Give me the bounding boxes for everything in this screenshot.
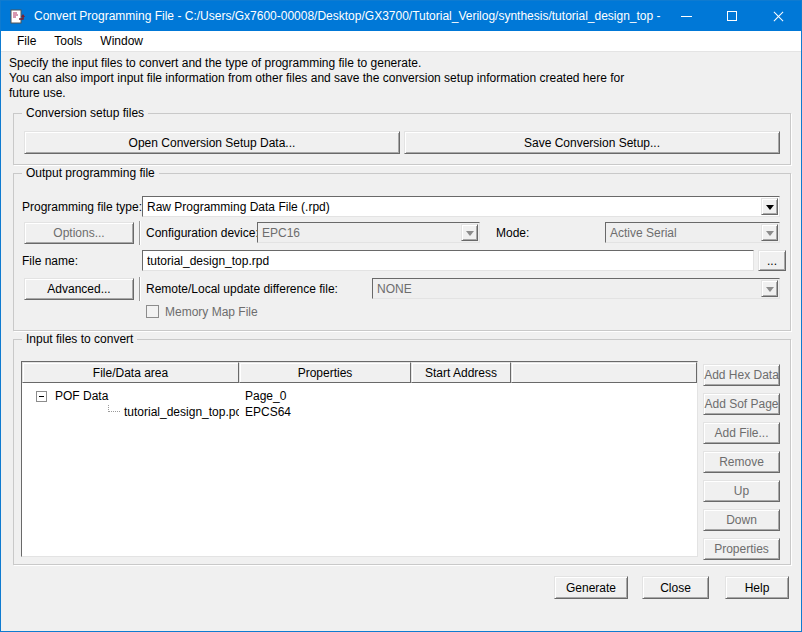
caption-buttons — [663, 1, 801, 31]
file-name-label: File name: — [22, 254, 78, 268]
remote-local-update-select: NONE — [372, 278, 780, 299]
properties-button[interactable]: Properties — [703, 538, 780, 560]
input-files-table[interactable]: File/Data area Properties Start Address … — [21, 361, 698, 557]
menu-window[interactable]: Window — [91, 32, 152, 50]
open-conversion-setup-data-button[interactable]: Open Conversion Setup Data... — [24, 131, 400, 154]
options-button[interactable]: Options... — [24, 222, 134, 244]
properties-value: EPCS64 — [239, 404, 411, 420]
tree-node-label: POF Data — [55, 389, 108, 403]
menu-file[interactable]: File — [8, 32, 45, 50]
menu-tools[interactable]: Tools — [45, 32, 91, 50]
separator — [139, 277, 140, 301]
close-dialog-button[interactable]: Close — [642, 576, 709, 599]
app-icon — [10, 8, 26, 24]
add-sof-page-button[interactable]: Add Sof Page — [703, 393, 780, 415]
table-row[interactable]: tutorial_design_top.pof EPCS64 — [22, 404, 697, 420]
tree-branch-icon — [108, 404, 120, 412]
table-header: File/Data area Properties Start Address — [22, 362, 697, 383]
collapse-icon[interactable] — [36, 391, 47, 402]
output-programming-file-group: Output programming file Programming file… — [13, 173, 791, 331]
maximize-button[interactable] — [709, 1, 755, 31]
tree-node-label: tutorial_design_top.pof — [124, 405, 239, 419]
remove-button[interactable]: Remove — [703, 451, 780, 473]
configuration-device-value: EPC16 — [258, 226, 479, 240]
separator — [139, 221, 140, 245]
intro-line-1: Specify the input files to convert and t… — [9, 56, 624, 71]
dropdown-arrow-icon[interactable] — [761, 198, 778, 215]
column-header-empty — [511, 362, 697, 383]
dropdown-arrow-icon — [761, 280, 778, 297]
advanced-button[interactable]: Advanced... — [24, 278, 134, 300]
start-address-value — [411, 388, 511, 404]
file-name-input[interactable] — [142, 250, 754, 271]
column-header-start-address[interactable]: Start Address — [411, 362, 511, 383]
input-files-group-title: Input files to convert — [22, 332, 137, 347]
column-header-file-data-area[interactable]: File/Data area — [22, 362, 239, 383]
mode-select: Active Serial — [605, 222, 780, 243]
title-bar[interactable]: Convert Programming File - C:/Users/Gx76… — [1, 1, 801, 31]
help-button[interactable]: Help — [725, 576, 789, 599]
up-button[interactable]: Up — [703, 480, 780, 502]
close-button[interactable] — [755, 1, 801, 31]
maximize-icon — [727, 11, 737, 21]
minimize-icon — [681, 16, 692, 17]
intro-line-3: future use. — [9, 86, 624, 101]
conversion-setup-group-title: Conversion setup files — [22, 106, 148, 121]
mode-label: Mode: — [496, 226, 529, 240]
programming-file-type-label: Programming file type: — [22, 200, 142, 214]
properties-value: Page_0 — [239, 388, 411, 404]
mode-value: Active Serial — [606, 226, 779, 240]
convert-programming-file-dialog: Convert Programming File - C:/Users/Gx76… — [0, 0, 802, 632]
configuration-device-select: EPC16 — [257, 222, 480, 243]
down-button[interactable]: Down — [703, 509, 780, 531]
window-title: Convert Programming File - C:/Users/Gx76… — [34, 9, 663, 23]
programming-file-type-value: Raw Programming Data File (.rpd) — [143, 200, 779, 214]
memory-map-file-label: Memory Map File — [165, 305, 258, 319]
remote-local-update-value: NONE — [373, 282, 779, 296]
add-hex-data-button[interactable]: Add Hex Data — [703, 364, 780, 386]
intro-text: Specify the input files to convert and t… — [9, 56, 624, 101]
configuration-device-label: Configuration device: — [146, 226, 259, 240]
column-header-properties[interactable]: Properties — [239, 362, 411, 383]
save-conversion-setup-button[interactable]: Save Conversion Setup... — [404, 131, 780, 154]
menu-bar: File Tools Window — [1, 31, 801, 52]
dropdown-arrow-icon — [461, 224, 478, 241]
table-row[interactable]: POF Data Page_0 — [22, 388, 697, 404]
programming-file-type-select[interactable]: Raw Programming Data File (.rpd) — [142, 196, 780, 217]
generate-button[interactable]: Generate — [554, 576, 628, 599]
browse-button[interactable]: ... — [758, 250, 786, 271]
tree-node-pof-data[interactable]: POF Data — [22, 388, 239, 404]
minimize-button[interactable] — [663, 1, 709, 31]
intro-line-2: You can also import input file informati… — [9, 71, 624, 86]
conversion-setup-group: Conversion setup files Open Conversion S… — [13, 113, 791, 165]
dropdown-arrow-icon — [761, 224, 778, 241]
output-group-title: Output programming file — [22, 166, 159, 181]
memory-map-file-checkbox[interactable] — [146, 305, 159, 318]
close-icon — [772, 10, 785, 23]
add-file-button[interactable]: Add File... — [703, 422, 780, 444]
remote-local-update-label: Remote/Local update difference file: — [146, 282, 338, 296]
tree-node-pof-file[interactable]: tutorial_design_top.pof — [22, 404, 239, 420]
start-address-value — [411, 404, 511, 420]
